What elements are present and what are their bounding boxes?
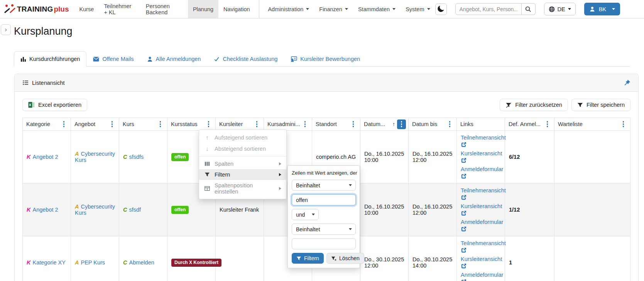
external-link-icon[interactable] [461, 247, 467, 253]
submenu-arrow-icon [279, 173, 281, 176]
column-label: Standort [316, 121, 337, 127]
dark-mode-toggle[interactable] [435, 3, 447, 15]
offer-link[interactable]: Cybersecurity Kurs [75, 151, 115, 163]
filter-save-button[interactable]: Filter speichern [571, 99, 630, 111]
menu-item-columns[interactable]: Spalten [199, 158, 286, 169]
registrations-count: 1/12 [509, 207, 520, 213]
app-logo[interactable]: TRAININGplus [3, 0, 74, 18]
filter-operator-select-1[interactable]: Beinhaltet [292, 180, 356, 191]
kebab-dots-icon [112, 123, 113, 125]
kursleiteransicht-link[interactable]: Kursleiteransicht [461, 203, 502, 209]
column-header-def-anmeldungen: Def. Anmel... [505, 118, 554, 131]
pin-icon[interactable] [624, 79, 630, 86]
external-link-icon[interactable] [461, 195, 467, 200]
clear-filter-label: Löschen [339, 255, 360, 261]
user-menu-button[interactable]: BK [584, 3, 620, 15]
nav-dropdown-finanzen[interactable]: Finanzen [314, 0, 353, 18]
category-link[interactable]: Angebot 2 [32, 154, 58, 160]
kursleiteransicht-link[interactable]: Kursleiteransicht [461, 150, 502, 156]
menu-item-sort-ascending[interactable]: ↑ Aufsteigend sortieren [199, 132, 286, 143]
filter-logic-select[interactable]: und [292, 209, 319, 220]
nav-dropdown-label: System [406, 6, 424, 12]
teilnehmeransicht-link[interactable]: Teilnehmeransicht [461, 187, 506, 194]
external-link-icon[interactable] [461, 173, 467, 179]
tab-checkliste-auslastung[interactable]: Checkliste Auslastung [207, 51, 284, 67]
teilnehmeransicht-link[interactable]: Teilnehmeransicht [461, 240, 506, 246]
anmeldeformular-link[interactable]: Anmeldeformular [461, 219, 503, 225]
search-button[interactable] [522, 3, 536, 15]
menu-item-filter[interactable]: Filtern [199, 169, 286, 180]
kebab-dots-icon [160, 123, 161, 125]
column-menu-button[interactable] [445, 119, 454, 129]
nav-dropdown-stammdaten[interactable]: Stammdaten [353, 0, 401, 18]
brand-text: TRAINING [17, 5, 53, 13]
filter-value-input-2[interactable] [292, 238, 356, 249]
date-from: Do., 16.10.2025 [364, 204, 404, 210]
offer-link[interactable]: PEP Kurs [81, 259, 105, 266]
teilnehmeransicht-link[interactable]: Teilnehmeransicht [461, 135, 506, 141]
offer-link[interactable]: Cybersecurity Kurs [75, 204, 115, 216]
course-link[interactable]: Abmelden [129, 259, 154, 266]
apply-filter-label: Filtern [304, 255, 319, 261]
registrations-count: 1 [509, 259, 512, 266]
column-menu-button[interactable] [301, 119, 309, 129]
course-link[interactable]: sfsdf [129, 207, 141, 213]
chevron-down-icon [349, 228, 352, 230]
category-link[interactable]: Angebot 2 [32, 207, 58, 213]
external-link-icon[interactable] [461, 279, 467, 281]
excel-export-button[interactable]: Excel exportieren [22, 99, 87, 111]
language-dropdown[interactable]: DE [544, 3, 576, 15]
chevron-down-icon [568, 8, 571, 10]
column-menu-button[interactable] [156, 119, 165, 129]
filter-operator-select-2[interactable]: Beinhaltet [292, 224, 356, 235]
check-icon [214, 56, 220, 62]
link-kursleiteransicht: Kursleiteransicht [461, 150, 501, 163]
filter-reset-button[interactable]: Filter zurücksetzen [500, 99, 568, 111]
external-link-icon[interactable] [461, 142, 467, 148]
nav-link-teilnehmer-kl[interactable]: Teilnehmer + KL [99, 0, 140, 18]
external-link-icon[interactable] [461, 158, 467, 163]
sidebar-expand-button[interactable]: › [1, 24, 11, 35]
nav-link-navigation[interactable]: Navigation [218, 0, 255, 18]
tab-kursleiter-bewerbungen[interactable]: Kursleiter Bewerbungen [284, 51, 367, 67]
column-label: Kurs [123, 121, 134, 127]
category-link[interactable]: Kategorie XY [32, 259, 65, 266]
menu-item-sort-descending[interactable]: ↓ Absteigend sortieren [199, 143, 286, 154]
tab-offene-mails[interactable]: Offene Mails [86, 51, 140, 67]
column-menu-button[interactable] [619, 119, 628, 129]
course-link[interactable]: sfsdfs [129, 154, 144, 160]
column-menu-button[interactable] [252, 119, 261, 129]
anmeldeformular-link[interactable]: Anmeldeformular [461, 272, 503, 278]
menu-item-label: Absteigend sortieren [215, 146, 266, 152]
column-menu-button[interactable] [543, 119, 552, 129]
column-menu-button[interactable] [204, 119, 213, 129]
column-menu-button[interactable] [349, 119, 358, 129]
tab-label: Checkliste Auslastung [223, 56, 277, 62]
anmeldeformular-link[interactable]: Anmeldeformular [461, 166, 503, 172]
external-link-icon[interactable] [461, 263, 467, 269]
column-header-datum-ab: Datum...↑ [360, 118, 409, 131]
column-menu-button-active[interactable] [397, 119, 406, 129]
tab-kursdurchfuehrungen[interactable]: Kursdurchführungen [14, 51, 86, 67]
category-prefix-icon: K [27, 207, 30, 213]
filter-value-input-1[interactable] [292, 194, 356, 205]
apply-filter-button[interactable]: Filtern [292, 253, 324, 264]
tab-alle-anmeldungen[interactable]: Alle Anmeldungen [140, 51, 208, 67]
menu-item-column-position[interactable]: Spaltenposition einstellen [199, 180, 286, 197]
column-menu-button[interactable] [59, 119, 68, 129]
course-prefix-icon: C [123, 154, 127, 160]
nav-dropdown-system[interactable]: System [401, 0, 435, 18]
nav-link-kurse[interactable]: Kurse [74, 0, 99, 18]
kursleiteransicht-link[interactable]: Kursleiteransicht [461, 256, 502, 262]
column-header-warteliste: Warteliste [554, 118, 630, 131]
nav-link-planung[interactable]: Planung [188, 0, 218, 18]
search-input[interactable] [455, 3, 522, 15]
external-link-icon[interactable] [461, 210, 467, 216]
column-menu-button[interactable] [108, 119, 117, 129]
external-link-icon[interactable] [461, 226, 467, 232]
clear-filter-button[interactable]: Löschen [326, 253, 364, 264]
nav-link-personen-backend[interactable]: Personen Backend [141, 0, 188, 18]
nav-dropdown-administration[interactable]: Administration [263, 0, 314, 18]
nav-dropdown-label: Administration [268, 6, 303, 12]
date-from: Do., 16.10.2025 [364, 151, 404, 157]
